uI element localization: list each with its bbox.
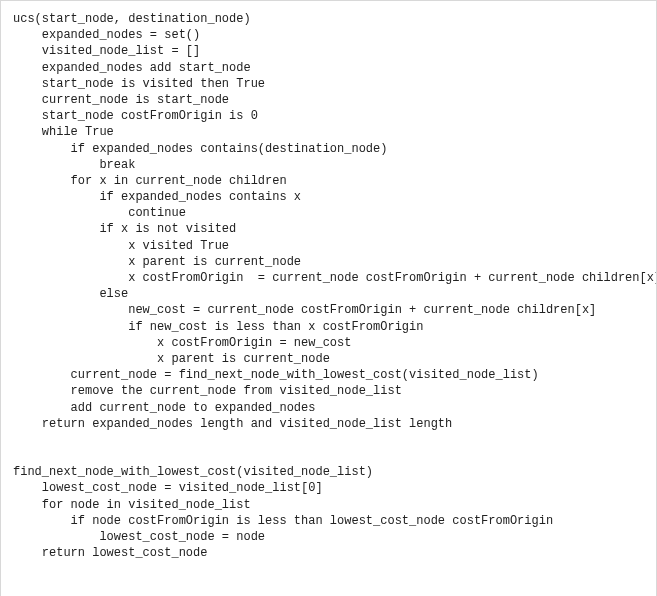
pseudocode-block: ucs(start_node, destination_node) expand… <box>0 0 657 596</box>
